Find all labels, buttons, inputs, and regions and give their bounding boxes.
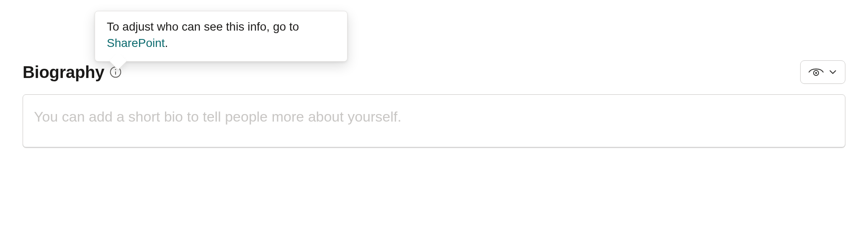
svg-point-4 [815, 72, 817, 74]
biography-section: To adjust who can see this info, go to S… [0, 0, 868, 231]
biography-textarea[interactable] [23, 94, 845, 148]
eye-icon [808, 67, 824, 78]
section-title: Biography [23, 63, 104, 82]
tooltip-text-after: . [165, 36, 168, 49]
biography-field-wrapper [23, 94, 845, 148]
svg-point-2 [115, 69, 116, 70]
sharepoint-link[interactable]: SharePoint [107, 36, 165, 49]
visibility-dropdown[interactable] [800, 60, 845, 84]
tooltip-text-before: To adjust who can see this info, go to [107, 20, 299, 33]
chevron-down-icon [828, 67, 837, 77]
section-heading-row: Biography [23, 60, 845, 84]
section-heading: Biography [23, 63, 123, 82]
privacy-tooltip: To adjust who can see this info, go to S… [95, 11, 348, 62]
